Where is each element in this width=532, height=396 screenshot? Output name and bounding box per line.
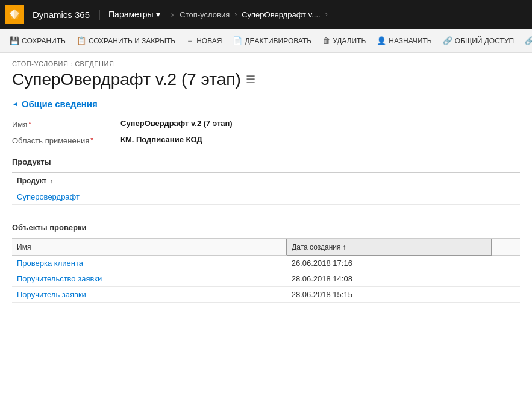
nav-chevron-2: › xyxy=(324,10,329,19)
save-icon: 💾 xyxy=(10,36,19,45)
save-close-icon: 📋 xyxy=(77,36,86,45)
object-link[interactable]: Поручитель заявки xyxy=(17,290,86,299)
save-button[interactable]: 💾 СОХРАНИТЬ xyxy=(5,31,70,51)
breadcrumb: СТОП-УСЛОВИЯ : СВЕДЕНИЯ xyxy=(12,60,520,68)
table-row: Поручитель заявки 28.06.2018 15:15 xyxy=(12,287,520,303)
toolbar: 💾 СОХРАНИТЬ 📋 СОХРАНИТЬ И ЗАКРЫТЬ ＋ НОВА… xyxy=(0,29,532,53)
top-nav: Dynamics 365 Параметры ▾ › Стоп-условия … xyxy=(0,0,532,29)
objects-col-name[interactable]: Имя xyxy=(12,239,287,256)
objects-col-date[interactable]: Дата создания ↑ xyxy=(287,239,492,256)
new-icon: ＋ xyxy=(186,36,194,46)
save-close-button[interactable]: 📋 СОХРАНИТЬ И ЗАКРЫТЬ xyxy=(72,31,180,51)
objects-sort-icon: ↑ xyxy=(342,243,346,251)
table-row: Проверка клиента 26.06.2018 17:16 xyxy=(12,256,520,271)
nav-sep1: › xyxy=(169,10,177,19)
nav-chevron-1: › xyxy=(233,10,238,19)
name-value: СуперОвердрафт v.2 (7 этап) xyxy=(120,119,520,129)
title-menu-icon[interactable]: ☰ xyxy=(246,73,255,86)
share-icon: 🔗 xyxy=(443,36,452,45)
scope-required: * xyxy=(90,136,93,143)
objects-col-extra xyxy=(491,239,520,256)
name-label: Имя* xyxy=(12,119,108,129)
product-link[interactable]: Суперовердрафт xyxy=(17,192,80,201)
products-col-name[interactable]: Продукт ↑ xyxy=(12,173,460,189)
object-link[interactable]: Проверка клиента xyxy=(17,259,83,268)
scope-label: Область применения* xyxy=(12,135,108,145)
nav-parameters[interactable]: Параметры ▾ xyxy=(100,0,169,29)
other-icon: 🔗 xyxy=(525,36,532,45)
assign-button[interactable]: 👤 НАЗНАЧИТЬ xyxy=(372,31,436,51)
new-button[interactable]: ＋ НОВАЯ xyxy=(181,31,227,51)
object-date-cell: 26.06.2018 17:16 xyxy=(287,256,492,271)
other-button[interactable]: 🔗 ОТ... xyxy=(520,31,532,51)
content-area: СТОП-УСЛОВИЯ : СВЕДЕНИЯ СуперОвердрафт v… xyxy=(0,53,532,315)
delete-button[interactable]: 🗑 УДАЛИТЬ xyxy=(318,31,371,51)
table-row: Поручительство заявки 28.06.2018 14:08 xyxy=(12,271,520,287)
products-col-empty xyxy=(460,173,520,189)
object-name-cell: Поручительство заявки xyxy=(12,271,287,287)
object-date-cell: 28.06.2018 15:15 xyxy=(287,287,492,303)
page-title: СуперОвердрафт v.2 (7 этап) ☰ xyxy=(12,70,520,89)
scope-value: КМ. Подписание КОД xyxy=(120,135,520,145)
products-table: Продукт ↑ Суперовердрафт xyxy=(12,172,520,205)
delete-icon: 🗑 xyxy=(322,36,330,45)
object-link[interactable]: Поручительство заявки xyxy=(17,274,102,283)
product-name-cell: Суперовердрафт xyxy=(12,189,460,205)
nav-breadcrumb-1[interactable]: Стоп-условия xyxy=(176,10,233,19)
object-name-cell: Проверка клиента xyxy=(12,256,287,271)
objects-section-title: Объекты проверки xyxy=(12,223,520,234)
name-required: * xyxy=(28,120,31,127)
general-section-header[interactable]: Общие сведения xyxy=(12,99,520,109)
object-date-cell: 28.06.2018 14:08 xyxy=(287,271,492,287)
table-row: Суперовердрафт xyxy=(12,189,520,205)
objects-table: Имя Дата создания ↑ Проверка клиента 26.… xyxy=(12,238,520,303)
deactivate-icon: 📄 xyxy=(233,36,242,45)
app-logo[interactable] xyxy=(5,5,24,24)
share-button[interactable]: 🔗 ОБЩИЙ ДОСТУП xyxy=(438,31,519,51)
nav-breadcrumb-2[interactable]: СуперОвердрафт v.... xyxy=(238,10,324,19)
products-section-title: Продукты xyxy=(12,157,520,169)
assign-icon: 👤 xyxy=(377,36,386,45)
object-name-cell: Поручитель заявки xyxy=(12,287,287,303)
deactivate-button[interactable]: 📄 ДЕАКТИВИРОВАТЬ xyxy=(228,31,316,51)
products-sort-icon: ↑ xyxy=(50,178,53,184)
fields-grid: Имя* СуперОвердрафт v.2 (7 этап) Область… xyxy=(12,119,520,145)
app-name: Dynamics 365 xyxy=(30,10,100,20)
